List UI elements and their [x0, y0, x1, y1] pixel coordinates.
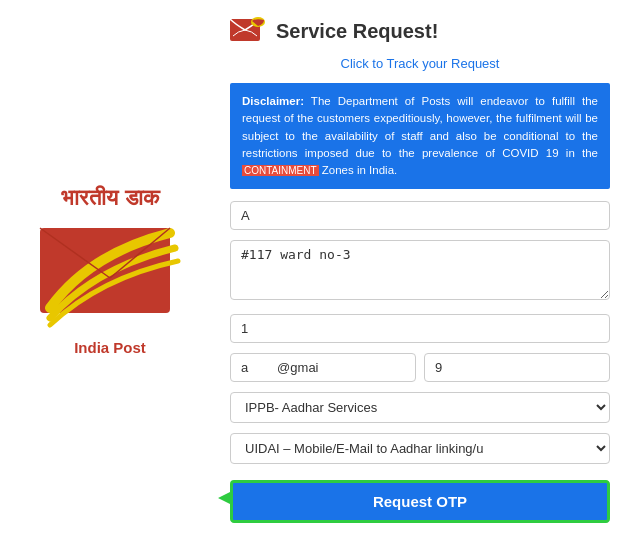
service-select[interactable]: IPPB- Aadhar Services Option 2 — [230, 392, 610, 423]
mobile-field-group — [424, 353, 610, 382]
address-field-group: #117 ward no-3 — [230, 240, 610, 304]
mobile-input[interactable] — [424, 353, 610, 382]
email-input[interactable] — [230, 353, 416, 382]
address-input[interactable]: #117 ward no-3 — [230, 240, 610, 300]
subservice-select[interactable]: UIDAI – Mobile/E-Mail to Aadhar linking/… — [230, 433, 610, 464]
india-post-logo — [30, 213, 190, 333]
otp-button-container: Request OTP — [230, 476, 610, 523]
service-title: Service Request! — [276, 20, 438, 43]
service-header: Service Request! — [230, 16, 610, 46]
pincode-input[interactable] — [230, 314, 610, 343]
brand-name: India Post — [74, 339, 146, 356]
pincode-field-group — [230, 314, 610, 343]
name-field-group — [230, 201, 610, 230]
hindi-title: भारतीय डाक — [61, 185, 158, 211]
name-input[interactable] — [230, 201, 610, 230]
disclaimer-box: Disclaimer: The Department of Posts will… — [230, 83, 610, 189]
disclaimer-highlight: CONTAINMENT — [242, 165, 319, 176]
email-field-group — [230, 353, 416, 382]
right-panel: Service Request! Click to Track your Req… — [220, 0, 630, 541]
disclaimer-label: Disclaimer: — [242, 95, 304, 107]
request-otp-button[interactable]: Request OTP — [230, 480, 610, 523]
service-icon — [230, 16, 266, 46]
disclaimer-text2: Zones in India. — [322, 164, 397, 176]
left-panel: भारतीय डाक India Post — [0, 0, 220, 541]
subservice-dropdown-group: UIDAI – Mobile/E-Mail to Aadhar linking/… — [230, 433, 610, 464]
logo-container: भारतीय डाक India Post — [30, 185, 190, 356]
email-mobile-row — [230, 353, 610, 384]
service-dropdown-group: IPPB- Aadhar Services Option 2 — [230, 392, 610, 423]
track-request-link[interactable]: Click to Track your Request — [230, 56, 610, 71]
